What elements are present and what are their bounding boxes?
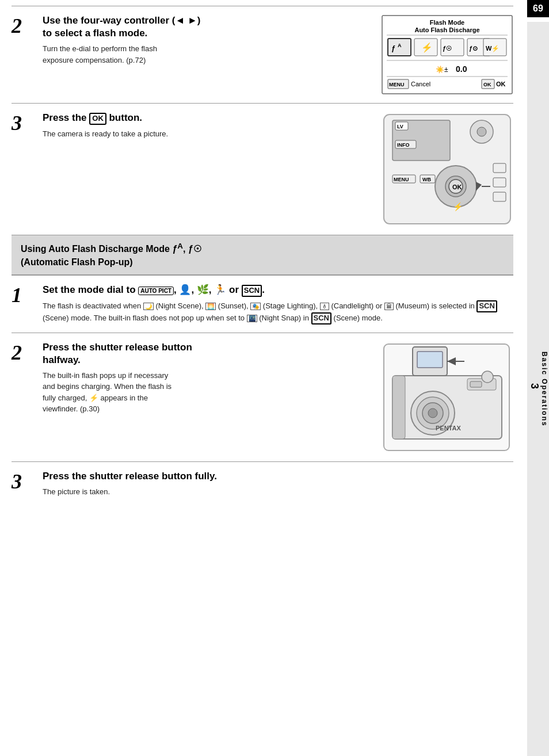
svg-text:INFO: INFO <box>397 142 410 148</box>
svg-text:OK: OK <box>496 81 506 87</box>
svg-rect-46 <box>493 192 506 201</box>
chapter-title: Basic Operations <box>540 352 548 427</box>
scn-badge-body1: SCN <box>476 300 497 312</box>
step-2-bottom-body: The built-in flash pops up if necessary … <box>43 370 373 415</box>
scn-badge-title: SCN <box>242 285 262 297</box>
svg-text:A: A <box>398 43 402 48</box>
svg-text:PENTAX: PENTAX <box>436 425 461 432</box>
step-3-top-content: Press the OK button. The camera is ready… <box>43 112 373 227</box>
step-3-bottom-title: Press the shutter release button fully. <box>43 470 513 483</box>
svg-rect-44 <box>493 163 506 173</box>
svg-text:MENU: MENU <box>394 177 409 182</box>
svg-rect-59 <box>470 381 482 387</box>
svg-text:Auto Flash Discharge: Auto Flash Discharge <box>414 26 479 33</box>
svg-text:W⚡: W⚡ <box>486 44 500 52</box>
step-3-bottom: 3 Press the shutter release button fully… <box>12 461 513 506</box>
step-3-bottom-body: The picture is taken. <box>43 486 513 498</box>
step-1-bottom: 1 Set the mode dial to AUTO PICT, 👤, 🌿, … <box>12 275 513 333</box>
step-2-bottom: 2 Press the shutter release buttonhalfwa… <box>12 333 513 461</box>
step-2-top: 2 Use the four-way controller (◄ ►)to se… <box>12 6 513 103</box>
svg-rect-54 <box>417 352 443 368</box>
step-1-bottom-title: Set the mode dial to AUTO PICT, 👤, 🌿, 🏃 … <box>43 284 513 297</box>
step-number-3-bottom: 3 <box>12 470 35 498</box>
scn-badge-body2: SCN <box>311 312 331 324</box>
step-number-2-bottom: 2 <box>12 341 35 453</box>
autopict-badge: AUTO PICT <box>138 287 174 295</box>
sidebar: 3 Basic Operations <box>527 22 549 756</box>
step-1-bottom-content: Set the mode dial to AUTO PICT, 👤, 🌿, 🏃 … <box>43 284 513 324</box>
svg-text:⚡: ⚡ <box>421 42 433 53</box>
step-3-bottom-content: Press the shutter release button fully. … <box>43 470 513 498</box>
svg-text:OK: OK <box>483 82 491 87</box>
svg-text:OK: OK <box>452 184 462 190</box>
step-number-3-top: 3 <box>12 112 35 227</box>
svg-text:ƒ⊙: ƒ⊙ <box>469 45 478 52</box>
or-text: or <box>229 284 239 295</box>
step-2-bottom-title: Press the shutter release buttonhalfway. <box>43 341 373 366</box>
svg-text:MENU: MENU <box>389 82 405 87</box>
svg-point-52 <box>428 408 437 418</box>
svg-text:☀️±: ☀️± <box>436 65 448 74</box>
main-content: 2 Use the four-way controller (◄ ►)to se… <box>0 0 525 517</box>
step-number-1-bottom: 1 <box>12 284 35 324</box>
svg-point-60 <box>482 371 493 383</box>
svg-text:Cancel: Cancel <box>411 81 430 87</box>
svg-text:⚡: ⚡ <box>453 202 463 212</box>
step-number-2-top: 2 <box>12 14 35 95</box>
camera-back-image: LV INFO MENU WB OK <box>381 112 513 227</box>
chapter-number: 3 <box>528 383 540 389</box>
highlight-title: Using Auto Flash Discharge Mode ƒA, ƒ☉(A… <box>21 241 504 269</box>
svg-text:WB: WB <box>422 177 431 182</box>
svg-text:0.0: 0.0 <box>456 64 467 74</box>
page-number: 69 <box>527 0 549 17</box>
step-3-top: 3 Press the OK button. The camera is rea… <box>12 103 513 235</box>
step-2-top-body: Turn the e-dial to perform the flashexpo… <box>43 43 373 66</box>
step-2-bottom-content: Press the shutter release buttonhalfway.… <box>43 341 373 453</box>
camera-flash-popup-image: PENTAX <box>381 341 513 453</box>
svg-point-30 <box>477 127 486 136</box>
flash-panel-svg: Flash Mode Auto Flash Discharge ƒ A ⚡ ƒ☉… <box>381 14 513 95</box>
step-3-top-body: The camera is ready to take a picture. <box>43 128 373 140</box>
flash-mode-panel: Flash Mode Auto Flash Discharge ƒ A ⚡ ƒ☉… <box>381 14 513 95</box>
step-3-top-title: Press the OK button. <box>43 112 373 125</box>
camera-back-svg: LV INFO MENU WB OK <box>381 112 513 227</box>
camera-flash-svg: PENTAX <box>381 341 513 453</box>
svg-text:ƒ: ƒ <box>391 44 395 52</box>
svg-text:LV: LV <box>397 124 403 129</box>
ok-badge: OK <box>89 113 106 125</box>
svg-rect-61 <box>392 376 405 439</box>
step-2-top-title: Use the four-way controller (◄ ►)to sele… <box>43 14 373 40</box>
svg-text:Flash Mode: Flash Mode <box>430 19 465 26</box>
step-1-bottom-body: The flash is deactivated when 🌙 (Night S… <box>43 300 513 324</box>
step-2-top-content: Use the four-way controller (◄ ►)to sele… <box>43 14 373 95</box>
svg-rect-45 <box>493 178 506 187</box>
svg-text:ƒ☉: ƒ☉ <box>443 45 452 52</box>
highlight-section: Using Auto Flash Discharge Mode ƒA, ƒ☉(A… <box>12 235 513 275</box>
